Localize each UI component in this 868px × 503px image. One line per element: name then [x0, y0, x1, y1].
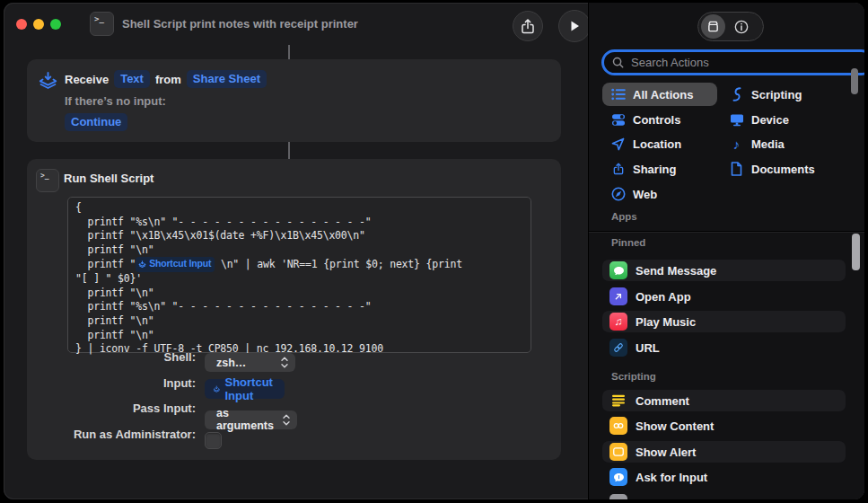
terminal-prompt-glyph: >_: [40, 172, 49, 180]
code-line-with-token: printf "Shortcut Input \n" | awk 'NR==1 …: [75, 257, 523, 272]
action-ask-for-input[interactable]: Ask for Input: [602, 466, 846, 488]
zoom-window-button[interactable]: [50, 19, 61, 30]
input-source-token[interactable]: Share Sheet: [187, 70, 267, 88]
shell-param-label: Shell:: [27, 350, 196, 364]
action-play-music[interactable]: ♫ Play Music: [602, 311, 846, 332]
shell-script-editor[interactable]: { printf "%s\n" "- - - - - - - - - - - -…: [67, 197, 531, 353]
share-button[interactable]: [513, 11, 543, 41]
editor-canvas: Receive Text from Share Sheet If there’s…: [4, 45, 589, 499]
category-label: Scripting: [751, 88, 802, 101]
category-web[interactable]: Web: [610, 182, 657, 206]
action-comment[interactable]: Comment: [602, 390, 846, 411]
category-label: Documents: [751, 163, 815, 176]
count-icon: [609, 494, 627, 499]
action-library-tab[interactable]: [701, 14, 725, 39]
scripting-icon: [729, 87, 744, 101]
pass-input-dropdown[interactable]: as arguments: [205, 410, 297, 429]
action-show-content[interactable]: Show Content: [602, 415, 846, 437]
no-input-behavior-token[interactable]: Continue: [65, 113, 127, 131]
run-as-admin-checkbox[interactable]: [205, 432, 222, 449]
category-location[interactable]: Location: [610, 132, 681, 155]
media-note-icon: ♪: [729, 137, 744, 152]
token-label: Shortcut Input: [224, 375, 276, 402]
shortcut-input-token[interactable]: Shortcut Input: [136, 257, 215, 272]
action-show-alert[interactable]: Show Alert: [602, 441, 846, 463]
code-line: printf "%s\n" "- - - - - - - - - - - - -…: [75, 216, 523, 230]
shortcut-input-token[interactable]: Shortcut Input: [205, 379, 285, 399]
url-link-icon: [609, 339, 627, 357]
device-display-icon: [729, 113, 744, 127]
category-label: Device: [751, 113, 789, 127]
minimize-window-button[interactable]: [33, 19, 44, 30]
shell-dropdown[interactable]: zsh…: [205, 353, 295, 372]
category-device[interactable]: Device: [729, 108, 789, 131]
info-tab[interactable]: [729, 14, 753, 39]
open-app-icon: [609, 287, 627, 305]
action-url[interactable]: URL: [602, 337, 846, 358]
code-line: {: [75, 201, 523, 216]
category-all-actions[interactable]: All Actions: [610, 83, 693, 106]
close-window-button[interactable]: [16, 19, 27, 30]
action-send-message[interactable]: Send Message: [602, 260, 846, 281]
action-label: Show Alert: [636, 446, 696, 459]
action-label: Count: [636, 497, 670, 500]
code-line: printf "%s\n" "- - - - - - - - - - - - -…: [75, 300, 523, 314]
action-open-app[interactable]: Open App: [602, 286, 846, 307]
shortcuts-icon: [213, 384, 220, 395]
receive-action-card[interactable]: Receive Text from Share Sheet If there’s…: [27, 59, 561, 142]
category-label: Sharing: [633, 163, 676, 176]
action-label: Comment: [636, 394, 689, 408]
shell-action-icon: >_: [36, 169, 59, 192]
actions-list-scrollbar-thumb[interactable]: [852, 234, 860, 270]
comment-icon: [609, 392, 627, 410]
shell-dropdown-value: zsh…: [216, 357, 246, 369]
code-line: printf "\n": [75, 287, 523, 301]
pass-input-value: as arguments: [216, 407, 274, 432]
input-param-label: Input:: [27, 376, 196, 390]
no-input-label: If there’s no input:: [65, 94, 166, 108]
receive-keyword: Receive: [65, 73, 109, 86]
categories-scrollbar-thumb[interactable]: [851, 68, 858, 94]
action-label: Show Content: [636, 419, 714, 433]
category-label: Location: [633, 137, 681, 151]
all-actions-icon: [610, 88, 626, 101]
send-message-icon: [609, 261, 627, 279]
music-note-glyph: ♪: [733, 137, 741, 152]
shortcuts-window: >_ Shell Script print notes with receipt…: [4, 3, 864, 499]
action-connector-line: [288, 142, 290, 160]
category-scripting[interactable]: Scripting: [729, 83, 802, 106]
category-sharing[interactable]: Sharing: [610, 157, 676, 181]
beamed-note-glyph: ♫: [615, 316, 623, 327]
code-line: printf "\n": [75, 329, 523, 343]
code-line: "[ ] " $0}': [75, 272, 523, 287]
category-media[interactable]: ♪ Media: [729, 132, 785, 155]
code-line: printf "\n": [75, 314, 523, 329]
show-content-icon: [609, 417, 627, 435]
category-documents[interactable]: Documents: [729, 157, 815, 181]
from-keyword: from: [155, 73, 181, 86]
show-alert-icon: [609, 443, 627, 461]
sidebar-divider: [589, 231, 864, 233]
info-icon: [733, 19, 750, 35]
input-type-token[interactable]: Text: [114, 70, 150, 88]
action-library-sidebar: All Actions Controls Location Sharing We…: [588, 3, 864, 499]
web-compass-icon: [610, 187, 626, 201]
chevron-up-down-icon: [281, 357, 288, 368]
code-text: \n" | awk 'NR==1 {print $0; next} {print: [215, 259, 462, 271]
run-shell-script-action-card[interactable]: >_ Run Shell Script { printf "%s\n" "- -…: [27, 159, 561, 460]
titlebar: >_ Shell Script print notes with receipt…: [4, 3, 589, 45]
category-controls[interactable]: Controls: [610, 108, 680, 131]
category-label: Web: [633, 188, 657, 201]
action-count[interactable]: Count: [602, 492, 846, 499]
code-line: printf "\n": [75, 243, 523, 258]
search-icon: [612, 57, 624, 68]
category-label: Media: [751, 137, 785, 151]
code-line: printf "\x1B\x45\x01$(date +%F)\x1B\x45\…: [75, 229, 523, 243]
search-actions-field[interactable]: [601, 49, 864, 75]
code-text: printf ": [75, 259, 136, 271]
action-label: Ask for Input: [636, 471, 707, 484]
scripting-section-label: Scripting: [611, 371, 656, 382]
action-label: Play Music: [636, 315, 696, 329]
run-shortcut-button[interactable]: [558, 10, 591, 42]
search-input[interactable]: [629, 55, 864, 70]
